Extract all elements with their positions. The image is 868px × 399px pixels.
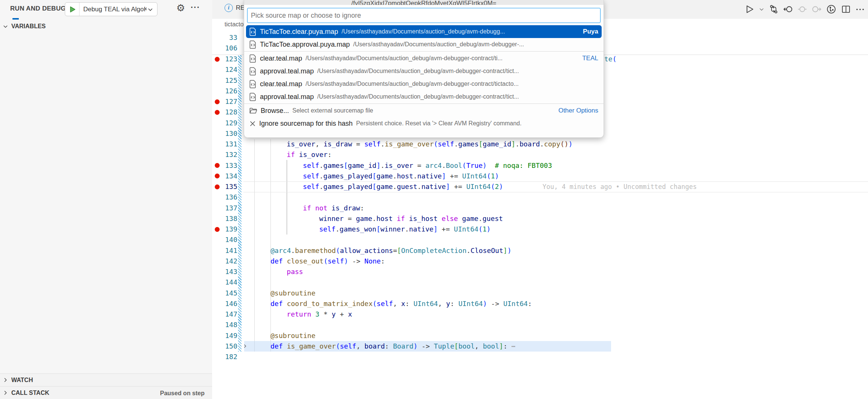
- quickpick-item-label: TicTacToe.clear.puya.map: [260, 28, 338, 36]
- quickpick-item-description: /Users/asthayadav/Documents/auction_debu…: [341, 28, 579, 35]
- quickpick-item-description: Select external sourcemap file: [292, 107, 555, 114]
- code-line: def close_out(self) -> None:: [270, 256, 385, 267]
- folder-open-icon: [249, 107, 257, 114]
- gear-icon[interactable]: ⚙: [176, 3, 185, 13]
- quickpick-item-label: clear.teal.map: [260, 55, 302, 62]
- quickpick-item[interactable]: Ignore sourcemap for this hashPersistent…: [244, 117, 604, 130]
- code-line: self.games[game_id].is_over = arc4.Bool(…: [303, 160, 552, 171]
- line-number: 142: [212, 256, 237, 267]
- sourcemap-quickpick-panel: /fvI5zgXjdxI7pmobtOepkRfdoMyetXqWI5FIrtk…: [244, 0, 604, 138]
- line-number: 148: [212, 320, 237, 330]
- start-debug-button[interactable]: [65, 3, 79, 16]
- chevron-down-icon: [147, 6, 153, 12]
- quickpick-item[interactable]: approval.teal.map/Users/asthayadav/Docum…: [244, 90, 604, 103]
- line-number: 144: [212, 277, 237, 288]
- sourcemap-file-icon: [249, 54, 257, 63]
- quickpick-title-hash: /fvI5zgXjdxI7pmobtOepkRfdoMyetXqWI5FIrtk…: [244, 0, 604, 5]
- close-icon: [249, 120, 256, 127]
- quickpick-item-badge: Puya: [583, 28, 598, 35]
- quickpick-item-label: clear.teal.map: [260, 80, 302, 88]
- modified-lines-gutter-decoration: [238, 55, 241, 352]
- watch-label: WATCH: [11, 377, 33, 384]
- quickpick-item-label: Ignore sourcemap for this hash: [259, 120, 353, 128]
- line-number: 182: [212, 352, 237, 362]
- quickpick-input[interactable]: [247, 8, 601, 23]
- code-line-fragment: te(: [604, 54, 617, 64]
- line-number: 126: [212, 86, 237, 96]
- line-number: 133: [212, 160, 237, 171]
- call-stack-label: CALL STACK: [11, 390, 49, 396]
- line-number: 147: [212, 309, 237, 320]
- line-number: 141: [212, 245, 237, 256]
- line-number: 150: [212, 341, 237, 352]
- line-number: 131: [212, 139, 237, 149]
- code-line: return 3 * y + x: [287, 309, 352, 320]
- line-number: 146: [212, 298, 237, 309]
- quickpick-item[interactable]: Browse...Select external sourcemap fileO…: [244, 104, 604, 117]
- chevron-right-icon: [3, 377, 8, 383]
- quickpick-item[interactable]: TicTacToe.approval.puya.map/Users/asthay…: [244, 38, 604, 51]
- sidebar-title: RUN AND DEBUG: [10, 5, 66, 12]
- quickpick-separator: [244, 51, 604, 52]
- code-line: pass: [287, 267, 303, 277]
- sourcemap-file-icon: [249, 80, 257, 88]
- chevron-right-icon: [3, 390, 8, 396]
- line-number: 139: [212, 224, 237, 235]
- code-line: if not is_draw:: [303, 203, 364, 213]
- line-number: 145: [212, 288, 237, 298]
- line-number: 129: [212, 118, 237, 128]
- quickpick-item[interactable]: clear.teal.map/Users/asthayadav/Document…: [244, 52, 604, 65]
- quickpick-item-label: approval.teal.map: [260, 93, 314, 101]
- code-line: self.games_won[winner.native] += UInt64(…: [319, 224, 491, 235]
- debug-config-dropdown[interactable]: Debug TEAL via AlgoKi: [65, 2, 157, 16]
- code-line: @subroutine: [270, 288, 315, 298]
- chevron-down-icon: [3, 24, 8, 29]
- quickpick-item-badge: TEAL: [582, 55, 598, 62]
- line-number: 136: [212, 192, 237, 203]
- code-line: winner = game.host if is_host else game.…: [319, 213, 503, 224]
- line-number: 149: [212, 330, 237, 341]
- fold-chevron-icon[interactable]: [243, 341, 248, 352]
- quickpick-item-label: Browse...: [261, 107, 289, 115]
- line-number: 134: [212, 171, 237, 181]
- indent-guide: [254, 139, 255, 352]
- code-line: @subroutine: [270, 330, 315, 341]
- code-line: def is_game_over(self, board: Board) -> …: [270, 341, 515, 352]
- line-number: 127: [212, 96, 237, 107]
- sourcemap-file-icon: [249, 40, 257, 49]
- line-number: 143: [212, 267, 237, 277]
- code-line: @arc4.baremethod(allow_actions=[OnComple…: [270, 245, 511, 256]
- quickpick-separator: [244, 104, 604, 104]
- line-number: 123: [212, 54, 237, 64]
- watch-section-header[interactable]: WATCH: [0, 373, 212, 386]
- sourcemap-file-icon: [249, 67, 257, 76]
- quickpick-item-label: TicTacToe.approval.puya.map: [260, 41, 350, 49]
- quickpick-item[interactable]: TicTacToe.clear.puya.map/Users/asthayada…: [246, 25, 602, 38]
- code-line: def coord_to_matrix_index(self, x: UInt6…: [270, 298, 532, 309]
- line-number: 125: [212, 75, 237, 86]
- quickpick-item-badge[interactable]: Other Options: [558, 107, 598, 114]
- line-number: 140: [212, 235, 237, 245]
- more-actions-icon[interactable]: ···: [191, 3, 200, 12]
- variables-section-header[interactable]: VARIABLES: [0, 21, 212, 31]
- sticky-line-number: 33: [212, 32, 237, 43]
- sourcemap-file-icon: [249, 27, 257, 36]
- code-line: self.games_played[game.guest.native] += …: [303, 181, 503, 192]
- line-number: 138: [212, 213, 237, 224]
- code-line: is_over, is_draw = self.is_game_over(sel…: [287, 139, 573, 149]
- line-number: 132: [212, 149, 237, 160]
- quickpick-item-description: /Users/asthayadav/Documents/auction_debu…: [353, 41, 598, 48]
- sidebar-toolbar: RUN AND DEBUG Debug TEAL via AlgoKi ⚙ ··…: [0, 0, 212, 18]
- quickpick-item[interactable]: approval.teal.map/Users/asthayadav/Docum…: [244, 65, 604, 78]
- quickpick-item-label: approval.teal.map: [260, 67, 314, 75]
- code-line: if is_over:: [287, 149, 332, 160]
- quickpick-item-description: /Users/asthayadav/Documents/auction_debu…: [317, 68, 598, 75]
- sticky-line-number: 106: [212, 43, 237, 53]
- debug-progress-bar: [12, 18, 19, 20]
- quickpick-list: TicTacToe.clear.puya.map/Users/asthayada…: [244, 25, 604, 130]
- quickpick-item-description: /Users/asthayadav/Documents/auction_debu…: [306, 81, 598, 87]
- quickpick-item[interactable]: clear.teal.map/Users/asthayadav/Document…: [244, 78, 604, 90]
- run-and-debug-sidebar: RUN AND DEBUG Debug TEAL via AlgoKi ⚙ ··…: [0, 0, 212, 399]
- line-number: 137: [212, 203, 237, 213]
- line-number: 128: [212, 107, 237, 117]
